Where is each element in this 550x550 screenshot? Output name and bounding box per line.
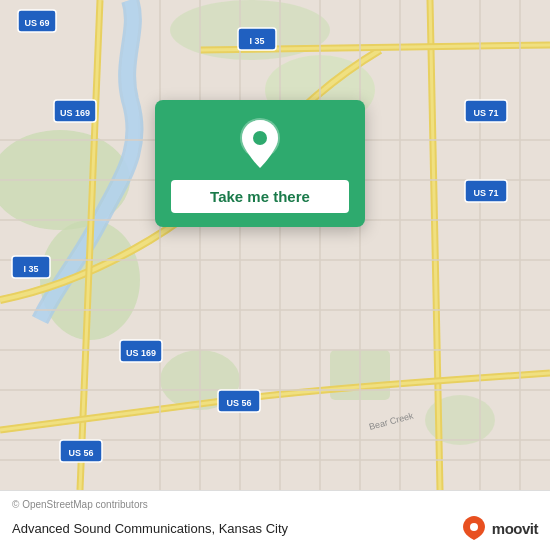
location-row: Advanced Sound Communications, Kansas Ci… bbox=[12, 514, 538, 542]
svg-point-54 bbox=[470, 523, 478, 531]
svg-text:I 35: I 35 bbox=[23, 264, 38, 274]
tooltip-card: Take me there bbox=[155, 100, 365, 227]
svg-text:US 169: US 169 bbox=[126, 348, 156, 358]
moovit-logo: moovit bbox=[460, 514, 538, 542]
svg-text:US 71: US 71 bbox=[473, 108, 498, 118]
take-me-there-button[interactable]: Take me there bbox=[171, 180, 349, 213]
svg-text:US 56: US 56 bbox=[226, 398, 251, 408]
copyright-text: © OpenStreetMap contributors bbox=[12, 499, 538, 510]
svg-text:US 69: US 69 bbox=[24, 18, 49, 28]
moovit-text: moovit bbox=[492, 520, 538, 537]
map-background: US 69 US 169 US 169 I 35 I 35 US 71 US 7… bbox=[0, 0, 550, 490]
moovit-icon bbox=[460, 514, 488, 542]
svg-text:I 35: I 35 bbox=[249, 36, 264, 46]
svg-text:US 71: US 71 bbox=[473, 188, 498, 198]
svg-text:US 169: US 169 bbox=[60, 108, 90, 118]
bottom-bar: © OpenStreetMap contributors Advanced So… bbox=[0, 490, 550, 550]
map-container: US 69 US 169 US 169 I 35 I 35 US 71 US 7… bbox=[0, 0, 550, 490]
svg-text:US 56: US 56 bbox=[68, 448, 93, 458]
location-pin-icon bbox=[238, 118, 282, 170]
location-label: Advanced Sound Communications, Kansas Ci… bbox=[12, 521, 288, 536]
svg-point-53 bbox=[253, 131, 267, 145]
